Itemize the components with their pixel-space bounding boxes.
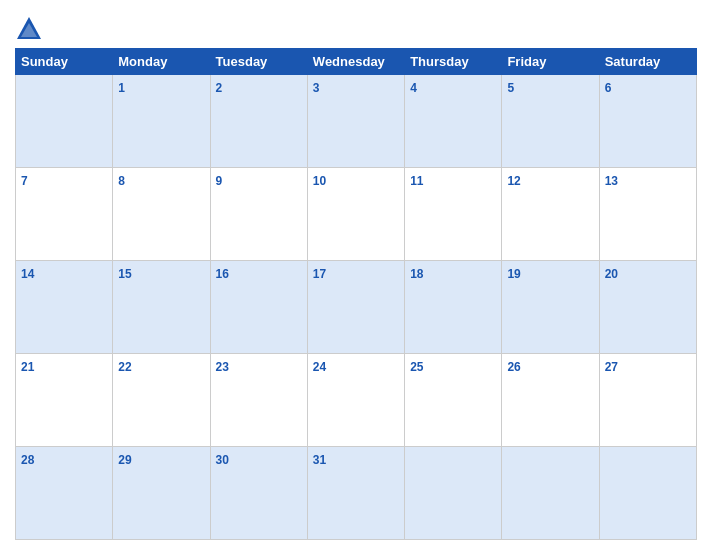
day-number: 10 [313,174,326,188]
calendar-cell: 18 [405,261,502,354]
day-number: 26 [507,360,520,374]
day-number: 11 [410,174,423,188]
calendar-cell: 23 [210,354,307,447]
calendar-cell: 25 [405,354,502,447]
calendar-cell [502,447,599,540]
day-number: 8 [118,174,125,188]
calendar-cell: 29 [113,447,210,540]
day-number: 29 [118,453,131,467]
calendar-week-row: 28293031 [16,447,697,540]
calendar-week-row: 78910111213 [16,168,697,261]
day-number: 5 [507,81,514,95]
calendar-week-row: 123456 [16,75,697,168]
day-number: 13 [605,174,618,188]
calendar-cell [16,75,113,168]
calendar-cell: 9 [210,168,307,261]
weekday-header-row: SundayMondayTuesdayWednesdayThursdayFrid… [16,49,697,75]
calendar-cell: 27 [599,354,696,447]
calendar-week-row: 21222324252627 [16,354,697,447]
day-number: 2 [216,81,223,95]
logo [15,15,47,43]
calendar-cell: 14 [16,261,113,354]
calendar-cell: 6 [599,75,696,168]
calendar-cell: 24 [307,354,404,447]
calendar-cell: 28 [16,447,113,540]
day-number: 22 [118,360,131,374]
weekday-header-thursday: Thursday [405,49,502,75]
day-number: 18 [410,267,423,281]
day-number: 6 [605,81,612,95]
logo-icon [15,15,43,43]
calendar-cell: 20 [599,261,696,354]
calendar-cell: 3 [307,75,404,168]
day-number: 12 [507,174,520,188]
day-number: 16 [216,267,229,281]
calendar-table: SundayMondayTuesdayWednesdayThursdayFrid… [15,48,697,540]
calendar-cell: 1 [113,75,210,168]
calendar-cell: 7 [16,168,113,261]
day-number: 27 [605,360,618,374]
calendar-cell: 2 [210,75,307,168]
calendar-cell: 8 [113,168,210,261]
day-number: 4 [410,81,417,95]
day-number: 17 [313,267,326,281]
day-number: 7 [21,174,28,188]
day-number: 23 [216,360,229,374]
day-number: 28 [21,453,34,467]
weekday-header-tuesday: Tuesday [210,49,307,75]
calendar-cell [599,447,696,540]
day-number: 9 [216,174,223,188]
day-number: 19 [507,267,520,281]
calendar-cell: 4 [405,75,502,168]
calendar-cell: 15 [113,261,210,354]
calendar-header [15,10,697,48]
calendar-cell: 19 [502,261,599,354]
weekday-header-saturday: Saturday [599,49,696,75]
day-number: 31 [313,453,326,467]
calendar-cell: 21 [16,354,113,447]
day-number: 1 [118,81,125,95]
weekday-header-wednesday: Wednesday [307,49,404,75]
calendar-cell: 17 [307,261,404,354]
calendar-cell: 16 [210,261,307,354]
weekday-header-friday: Friday [502,49,599,75]
calendar-cell: 30 [210,447,307,540]
weekday-header-monday: Monday [113,49,210,75]
calendar-cell: 13 [599,168,696,261]
day-number: 30 [216,453,229,467]
calendar-cell: 5 [502,75,599,168]
calendar-cell [405,447,502,540]
day-number: 14 [21,267,34,281]
day-number: 20 [605,267,618,281]
day-number: 3 [313,81,320,95]
calendar-cell: 26 [502,354,599,447]
calendar-cell: 22 [113,354,210,447]
calendar-cell: 12 [502,168,599,261]
day-number: 25 [410,360,423,374]
calendar-week-row: 14151617181920 [16,261,697,354]
calendar-cell: 10 [307,168,404,261]
day-number: 21 [21,360,34,374]
day-number: 15 [118,267,131,281]
weekday-header-sunday: Sunday [16,49,113,75]
calendar-cell: 31 [307,447,404,540]
calendar-cell: 11 [405,168,502,261]
day-number: 24 [313,360,326,374]
